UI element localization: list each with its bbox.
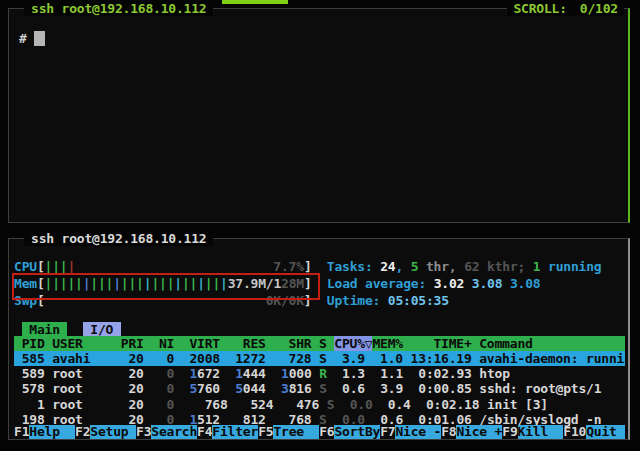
- scroll-value: 0/102: [580, 1, 618, 16]
- pane-title-htop: ssh root@192.168.10.112: [24, 231, 213, 246]
- table-row[interactable]: 1 root 20 0 768 524 476 S 0.0 0.4 0:02.1…: [14, 397, 625, 412]
- fkey-label-search[interactable]: Search: [151, 425, 197, 439]
- fkey-label-nice-[interactable]: Nice +: [456, 425, 502, 439]
- htop-tabs[interactable]: Main I/O: [14, 322, 625, 337]
- table-row[interactable]: 585 avahi 20 0 2008 1272 728 S 3.9 1.0 1…: [14, 351, 625, 366]
- fkey-label-tree[interactable]: Tree: [273, 425, 319, 439]
- fkey-f10[interactable]: F10: [563, 425, 586, 439]
- swap-meter: Swp[ 0K/0K] Uptime: 05:05:35: [14, 293, 625, 308]
- fkey-label-setup[interactable]: Setup: [90, 425, 136, 439]
- cpu-meter: CPU[|||| 7.7%] Tasks: 24, 5 thr, 62 kthr…: [14, 259, 625, 274]
- fkey-f4[interactable]: F4: [197, 425, 212, 439]
- fkey-f6[interactable]: F6: [319, 425, 334, 439]
- fkey-f1[interactable]: F1: [14, 425, 29, 439]
- fkey-label-help[interactable]: Help: [29, 425, 75, 439]
- fkey-label-filter[interactable]: Filter: [212, 425, 258, 439]
- recording-artifact-bar: [222, 0, 288, 4]
- terminal-cursor: [34, 31, 45, 46]
- shell-prompt[interactable]: #: [19, 30, 45, 47]
- prompt-char: #: [19, 31, 27, 46]
- scroll-indicator: SCROLL: 0/102: [507, 1, 624, 16]
- mem-meter: Mem[||||||||||||||||||||||||37.9M/128M] …: [14, 276, 625, 291]
- fkey-label-quit[interactable]: Quit: [586, 425, 625, 439]
- fkey-f7[interactable]: F7: [380, 425, 395, 439]
- fkey-f2[interactable]: F2: [75, 425, 90, 439]
- scroll-gap: [567, 1, 580, 16]
- tmux-pane-htop[interactable]: ssh root@192.168.10.112 CPU[|||| 7.7%] T…: [8, 238, 630, 440]
- fkey-label-nice-[interactable]: Nice -: [395, 425, 441, 439]
- fkey-f8[interactable]: F8: [441, 425, 456, 439]
- pane-title-shell: ssh root@192.168.10.112: [24, 1, 213, 16]
- table-row[interactable]: 589 root 20 0 1672 1444 1000 R 1.3 1.1 0…: [14, 366, 625, 381]
- fkey-f9[interactable]: F9: [502, 425, 517, 439]
- fkey-label-sortby[interactable]: SortBy: [334, 425, 380, 439]
- table-row[interactable]: 578 root 20 0 5760 5044 3816 S 0.6 3.9 0…: [14, 381, 625, 396]
- fkey-f5[interactable]: F5: [258, 425, 273, 439]
- fkey-f3[interactable]: F3: [136, 425, 151, 439]
- table-header[interactable]: PID USER PRI NI VIRT RES SHR S CPU%▽MEM%…: [14, 336, 625, 351]
- scroll-label: SCROLL:: [513, 1, 566, 16]
- tmux-pane-shell[interactable]: ssh root@192.168.10.112 SCROLL: 0/102 #: [8, 8, 630, 223]
- fkey-bar[interactable]: F1Help F2Setup F3SearchF4FilterF5Tree F6…: [14, 425, 625, 439]
- fkey-label-kill[interactable]: Kill: [518, 425, 564, 439]
